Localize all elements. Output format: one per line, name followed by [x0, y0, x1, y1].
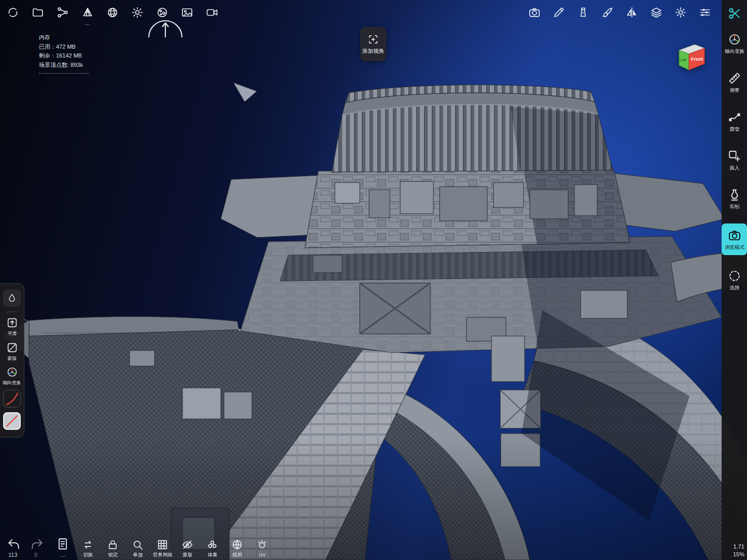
- bottom-item-lock[interactable]: 锁定: [101, 539, 125, 557]
- lock-label: 锁定: [108, 552, 118, 557]
- background-image-button[interactable]: [179, 5, 195, 20]
- left-tool-panel: 平滑蒙版轴向变换: [0, 283, 24, 438]
- symmetry-button[interactable]: [624, 5, 640, 20]
- topology-button[interactable]: …: [80, 5, 95, 20]
- wireframe-label: 线框: [232, 552, 242, 557]
- screenshot-button[interactable]: [527, 5, 542, 20]
- settings-button[interactable]: [673, 5, 688, 20]
- world-grid-label: 世界网格: [153, 552, 173, 557]
- measure-icon: [728, 72, 741, 85]
- redo-button[interactable]: [30, 537, 44, 551]
- mask-visibility-icon: [181, 539, 193, 551]
- memory-free: 剩余：16142 MB: [39, 51, 89, 61]
- cube-left-label: Left: [680, 58, 686, 62]
- mask-visibility-label: 蒙版: [182, 552, 192, 557]
- select-icon: [728, 269, 741, 283]
- view-mode-icon: [728, 229, 741, 242]
- lock-icon: [107, 539, 119, 551]
- bottom-item-mask-visibility[interactable]: 蒙版: [175, 539, 200, 557]
- pencil-button[interactable]: [551, 5, 567, 20]
- bottom-item-voxel[interactable]: 体素: [200, 539, 224, 557]
- axis-transform-icon: [728, 33, 741, 46]
- cube-front-label: Front: [691, 57, 703, 62]
- stroke-falloff-swatch[interactable]: [3, 390, 21, 408]
- memory-used: 已用：472 MB: [39, 43, 89, 52]
- sidebar-item-select[interactable]: 选择: [722, 265, 747, 294]
- trim-button[interactable]: [726, 5, 743, 22]
- stroke-alpha-swatch[interactable]: [3, 412, 21, 430]
- sidebar-item-view-mode[interactable]: 浏览模式: [722, 223, 747, 255]
- notes-more-indicator: …: [60, 552, 66, 558]
- memory-title: 内存: [39, 33, 89, 43]
- insert-label: 插入: [729, 165, 739, 170]
- view-mode-label: 浏览模式: [725, 245, 744, 249]
- sidebar-item-lathe[interactable]: 车削: [722, 185, 747, 213]
- left-panel-item-axis-transform-tool[interactable]: 轴向变换: [0, 366, 24, 385]
- bottom-item-wireframe[interactable]: 线框: [225, 539, 249, 557]
- right-sidebar-tools: 轴向变换测量圆管插入车削浏览模式选择: [722, 29, 747, 294]
- settings-icon: [674, 6, 687, 19]
- notes-button[interactable]: [56, 537, 69, 551]
- interface-sliders-button[interactable]: [697, 5, 713, 20]
- smooth-icon: [6, 317, 18, 329]
- tube-label: 圆管: [729, 127, 739, 131]
- left-panel-item-mask-tool[interactable]: 蒙版: [0, 342, 24, 361]
- screenshot-icon: [528, 6, 541, 19]
- water-droplet-icon: [7, 293, 17, 303]
- viewport-3d-model[interactable]: [0, 0, 747, 560]
- matcap-button[interactable]: [105, 5, 120, 20]
- stroke-counter: 113: [8, 552, 18, 558]
- orientation-cube[interactable]: Left Front: [675, 39, 708, 73]
- wireframe-icon: [231, 539, 243, 551]
- left-panel-tools: 平滑蒙版轴向变换: [0, 317, 24, 385]
- axis-transform-tool-icon: [6, 366, 18, 378]
- pencil-icon: [553, 6, 565, 19]
- background-image-icon: [181, 6, 193, 19]
- camera-settings-icon: [206, 6, 218, 19]
- add-view-button[interactable]: 添加视角: [360, 27, 386, 61]
- scene-vertex-count: 场景顶点数: 893k: [39, 61, 89, 70]
- left-panel-item-smooth[interactable]: 平滑: [0, 317, 24, 336]
- lighting-icon: [131, 6, 144, 19]
- solo-icon: [132, 539, 144, 551]
- scene-graph-button[interactable]: [55, 5, 71, 20]
- lighting-button[interactable]: [130, 5, 145, 20]
- paint-brush-button[interactable]: [600, 5, 615, 20]
- scene-graph-icon: [57, 6, 69, 19]
- redo-count: 0: [34, 552, 37, 558]
- bottom-item-solo[interactable]: 单放: [125, 539, 150, 557]
- insert-icon: [728, 149, 741, 163]
- panel-divider: [7, 312, 17, 312]
- environment-icon: [156, 6, 168, 19]
- viewport-cursor-arrow: [232, 81, 258, 104]
- layers-button[interactable]: [649, 5, 664, 20]
- axis-transform-label: 轴向变换: [725, 49, 744, 53]
- files-button[interactable]: [30, 5, 46, 20]
- stats-divider: [39, 73, 89, 74]
- add-view-icon: [368, 34, 379, 45]
- interface-sliders-icon: [699, 6, 711, 19]
- camera-settings-button[interactable]: [204, 5, 220, 20]
- paint-roller-icon: [577, 6, 589, 19]
- tube-icon: [728, 110, 741, 124]
- sidebar-item-tube[interactable]: 圆管: [722, 107, 747, 135]
- percent-readout: 15%: [733, 551, 744, 558]
- topology-icon: [81, 6, 94, 19]
- symmetry-icon: [626, 6, 638, 19]
- paint-roller-button[interactable]: [575, 5, 591, 20]
- redo-icon: [30, 537, 44, 551]
- bottom-item-uv[interactable]: UV: [250, 539, 274, 557]
- sidebar-item-measure[interactable]: 测量: [722, 68, 747, 96]
- sidebar-item-insert[interactable]: 插入: [722, 146, 747, 174]
- bottom-item-toggle[interactable]: 切换: [76, 539, 100, 557]
- environment-button[interactable]: [154, 5, 170, 20]
- solo-label: 单放: [133, 552, 143, 557]
- undo-button[interactable]: [7, 537, 21, 551]
- water-tool-button[interactable]: [3, 289, 21, 307]
- app-logo-button[interactable]: [5, 5, 21, 20]
- memory-stats: 内存 已用：472 MB 剩余：16142 MB 场景顶点数: 893k: [39, 33, 89, 74]
- paint-brush-icon: [601, 6, 614, 19]
- bottom-item-world-grid[interactable]: 世界网格: [150, 539, 175, 557]
- voxel-label: 体素: [207, 552, 217, 557]
- sidebar-item-axis-transform[interactable]: 轴向变换: [722, 29, 747, 58]
